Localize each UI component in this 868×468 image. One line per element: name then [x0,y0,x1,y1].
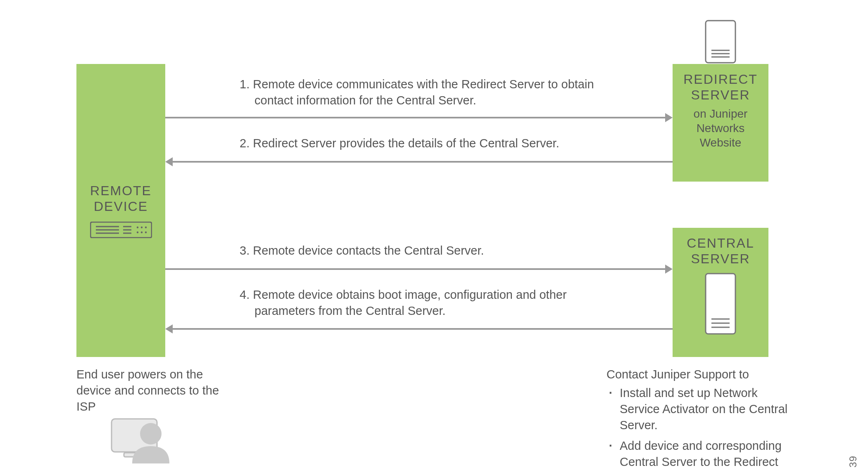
redirect-sub-line1: on Juniper [677,106,764,121]
svg-point-11 [140,232,142,233]
flow-step-2-label: 2. Redirect Server provides the details … [240,135,647,151]
central-title-line2: SERVER [677,251,764,267]
user-with-monitor-icon [107,415,178,464]
redirect-title-line1: REDIRECT [677,71,764,87]
diagram-canvas: REMOTE DEVICE [0,0,868,468]
arrow-step-4 [173,328,673,330]
rack-device-icon [90,222,152,238]
support-bullet-2: Add device and corresponding Central Ser… [619,438,801,468]
end-user-caption: End user powers on the device and connec… [76,366,225,415]
arrow-step-2 [173,161,673,163]
arrow-step-1 [165,117,665,118]
redirect-sub-line3: Website [677,135,764,150]
redirect-sub-line2: Networks [677,121,764,135]
svg-point-12 [145,232,146,233]
arrowhead-right-icon [665,113,673,122]
arrowhead-left-icon [165,157,173,166]
svg-rect-17 [706,274,735,334]
svg-point-10 [136,232,138,233]
redirect-title-line2: SERVER [677,87,764,103]
flow-step-3-label: 3. Remote device contacts the Central Se… [240,243,626,259]
support-bullet-1: Install and set up Network Service Activ… [619,385,801,433]
arrowhead-right-icon [665,265,673,274]
flow-step-4-label: 4. Remote device obtains boot image, con… [240,287,618,319]
server-tower-icon [705,20,736,64]
svg-point-8 [140,227,142,228]
svg-point-23 [140,423,162,444]
diagram-id: g200339 [847,456,859,468]
remote-title-line2: DEVICE [94,199,148,214]
redirect-server-box: REDIRECT SERVER on Juniper Networks Webs… [673,64,768,182]
central-title-line1: CENTRAL [677,235,764,251]
svg-point-9 [145,227,146,228]
support-intro: Contact Juniper Support to [606,366,801,383]
arrowhead-left-icon [165,324,173,333]
central-server-box: CENTRAL SERVER [673,228,768,357]
support-list: Contact Juniper Support to Install and s… [606,366,801,468]
remote-device-box: REMOTE DEVICE [76,64,165,357]
server-tower-icon [705,273,736,317]
remote-title-line1: REMOTE [90,183,152,199]
flow-step-1-label: 1. Remote device communicates with the R… [240,76,618,109]
svg-point-7 [136,227,138,228]
arrow-step-3 [165,268,665,270]
